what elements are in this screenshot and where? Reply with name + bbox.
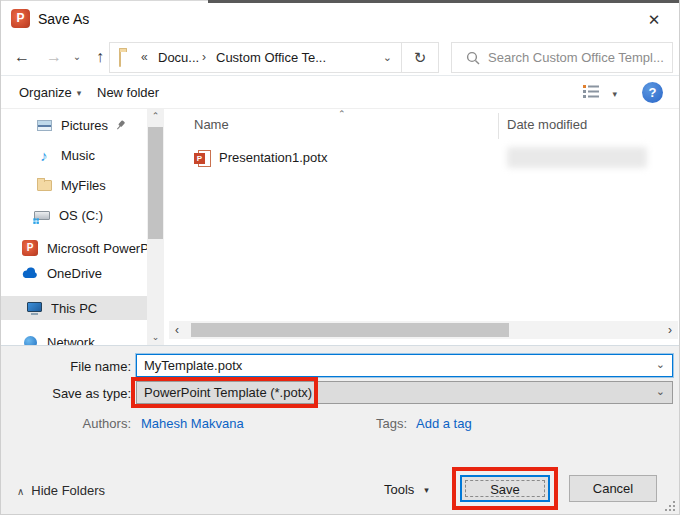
tools-label: Tools [384,482,414,497]
column-header-name[interactable]: Name [194,117,229,132]
close-icon[interactable]: ✕ [641,8,667,32]
forward-button[interactable]: → [41,43,67,71]
sidebar-item-label: Music [61,148,95,163]
horizontal-scrollbar[interactable]: ‹ › [169,321,678,339]
sort-indicator-icon: ⌃ [338,109,346,119]
network-icon [21,336,39,346]
sidebar-item-label: OS (C:) [59,208,103,223]
onedrive-icon [21,267,39,279]
sidebar-item-onedrive[interactable]: OneDrive [1,261,147,285]
scroll-right-icon[interactable]: › [662,321,678,339]
chevron-up-icon: ∧ [17,486,24,497]
save-button[interactable]: Save [460,475,550,502]
sidebar-item-label: Microsoft PowerPo [47,241,147,256]
file-name-input[interactable] [136,354,673,377]
sidebar-item-this-pc[interactable]: This PC [1,296,147,320]
tools-button[interactable]: Tools▾ [384,482,429,497]
breadcrumb-overflow-chevron[interactable]: « [141,43,148,72]
save-as-dialog: P Save As ✕ ← → ⌄ ↑ « Docu... › Custom O… [0,0,680,515]
navigation-bar: ← → ⌄ ↑ « Docu... › Custom Office Te... … [1,39,679,76]
sidebar-item-microsoft-powerpoint[interactable]: P Microsoft PowerPo [1,236,147,260]
search-icon [466,51,480,65]
caret-down-icon: ▾ [424,485,429,495]
save-form-panel: File name: ⌄ Save as type: PowerPoint Te… [1,346,679,515]
authors-label: Authors: [1,416,131,431]
command-toolbar: Organize▾ New folder ▾ ? [1,77,679,109]
add-tag-link[interactable]: Add a tag [416,416,472,431]
caret-down-icon: ▾ [77,88,82,98]
sidebar-item-myfiles[interactable]: MyFiles [1,173,147,197]
window-title: Save As [38,11,89,27]
pin-icon [113,118,128,133]
pictures-icon [35,120,53,131]
powerpoint-file-icon: P [194,150,211,167]
caret-down-icon: ▾ [612,89,617,99]
sidebar-item-label: This PC [51,301,97,316]
sidebar-item-music[interactable]: ♪ Music [1,143,147,167]
folder-icon [119,50,121,67]
file-list: ⌃ Name Date modified P Presentation1.pot… [164,109,680,345]
folder-icon [35,180,53,191]
scrollbar-thumb[interactable] [148,127,163,239]
cancel-button[interactable]: Cancel [569,475,657,502]
address-bar[interactable]: « Docu... › Custom Office Te... ⌄ ↻ [109,42,439,73]
this-pc-icon [25,302,43,315]
scroll-down-icon[interactable]: ⌄ [147,330,164,345]
file-name-dropdown-chevron[interactable]: ⌄ [656,358,665,371]
file-row-presentation1[interactable]: P Presentation1.potx [164,147,680,171]
resize-grip[interactable] [665,501,675,511]
navigation-sidebar: Pictures ♪ Music MyFiles OS (C:) P Micro… [1,109,147,345]
breadcrumb-current-folder[interactable]: Custom Office Te... [216,43,326,72]
search-box[interactable] [451,42,673,73]
breadcrumb-separator-icon: › [202,43,206,72]
hide-folders-button[interactable]: ∧Hide Folders [17,483,105,498]
details-view-icon [583,84,600,99]
back-button[interactable]: ← [9,43,35,71]
recent-locations-chevron[interactable]: ⌄ [69,43,85,71]
powerpoint-icon: P [11,9,30,28]
organize-button[interactable]: Organize▾ [19,77,81,109]
address-dropdown-chevron[interactable]: ⌄ [383,43,392,72]
new-folder-button[interactable]: New folder [97,77,159,109]
scroll-up-icon[interactable]: ⌃ [147,109,164,124]
column-divider[interactable] [498,113,499,139]
sidebar-item-label: MyFiles [61,178,106,193]
file-name-label: File name: [1,359,131,374]
file-name: Presentation1.potx [219,150,327,165]
column-header-date-modified[interactable]: Date modified [507,117,587,132]
sidebar-item-pictures[interactable]: Pictures [1,113,147,137]
help-icon[interactable]: ? [642,82,663,103]
sidebar-item-os-c[interactable]: OS (C:) [1,203,147,227]
sidebar-item-network[interactable]: Network [1,330,147,345]
sidebar-item-label: OneDrive [47,266,102,281]
save-as-type-label: Save as type: [1,386,131,401]
search-input[interactable] [488,44,668,71]
browser-body: Pictures ♪ Music MyFiles OS (C:) P Micro… [1,109,680,345]
scrollbar-thumb[interactable] [191,323,509,337]
powerpoint-icon: P [21,240,39,256]
refresh-icon[interactable]: ↻ [401,43,438,72]
view-mode-button[interactable]: ▾ [583,84,617,103]
breadcrumb-parent[interactable]: Docu... [158,43,199,72]
hide-folders-label: Hide Folders [31,483,105,498]
scroll-left-icon[interactable]: ‹ [169,321,185,339]
music-icon: ♪ [35,147,53,164]
sidebar-item-label: Pictures [61,118,108,133]
drive-icon [33,211,51,220]
sidebar-scrollbar[interactable]: ⌃ ⌄ [147,109,164,345]
date-modified-redacted [507,147,647,168]
organize-label: Organize [19,85,72,100]
tags-label: Tags: [341,416,407,431]
sidebar-item-label: Network [47,335,95,346]
save-as-type-select[interactable]: PowerPoint Template (*.potx) [136,381,673,404]
authors-link[interactable]: Mahesh Makvana [141,416,244,431]
save-as-type-chevron[interactable]: ⌄ [656,385,665,398]
title-bar: P Save As ✕ [1,3,679,39]
